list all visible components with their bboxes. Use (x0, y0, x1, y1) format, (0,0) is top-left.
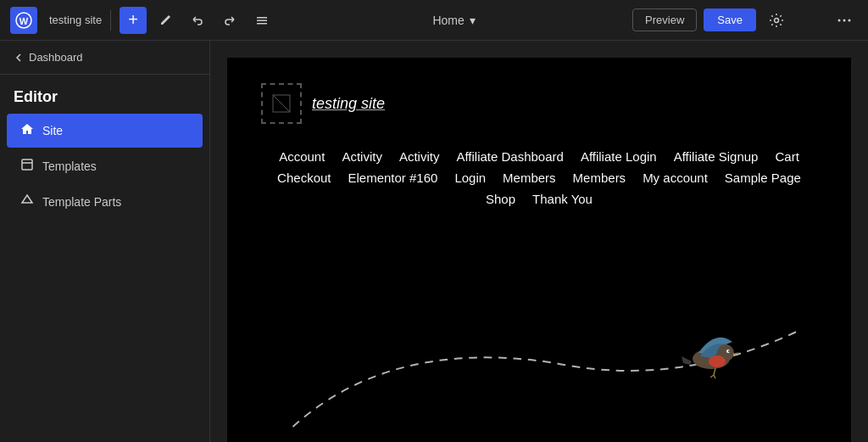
nav-item-members-1[interactable]: Members (503, 171, 556, 185)
dashed-path-svg (227, 295, 851, 431)
svg-rect-9 (22, 159, 32, 170)
nav-item-activity-1[interactable]: Activity (342, 149, 382, 164)
svg-point-8 (849, 19, 851, 21)
nav-item-my-account[interactable]: My account (643, 171, 708, 185)
more-options-button[interactable] (831, 7, 858, 34)
wordpress-logo[interactable]: W (10, 7, 37, 34)
save-button[interactable]: Save (704, 8, 756, 31)
toolbar-left: W testing site + (10, 7, 275, 34)
sidebar-item-site[interactable]: Site (7, 114, 203, 148)
site-title[interactable]: testing site (312, 95, 385, 113)
svg-point-5 (775, 18, 779, 22)
site-header-preview: testing site Account Activity Activity A… (227, 58, 851, 223)
preview-button[interactable]: Preview (632, 8, 697, 31)
svg-point-18 (709, 355, 726, 367)
svg-marker-11 (22, 195, 32, 203)
templates-icon (20, 158, 34, 175)
sidebar: Dashboard Editor Site Templates Template (0, 41, 210, 442)
bird-svg (673, 321, 749, 380)
nav-item-thank-you[interactable]: Thank You (532, 192, 593, 206)
nav-menu: Account Activity Activity Affiliate Dash… (261, 149, 817, 206)
sidebar-title: Editor (0, 75, 209, 113)
svg-point-7 (843, 19, 846, 21)
sidebar-item-template-parts[interactable]: Template Parts (7, 185, 203, 219)
nav-item-affiliate-login[interactable]: Affiliate Login (581, 149, 657, 164)
redo-button[interactable] (216, 7, 243, 34)
site-name: testing site (49, 14, 102, 26)
template-parts-icon (20, 193, 34, 210)
main-layout: Dashboard Editor Site Templates Template (0, 41, 868, 442)
sidebar-item-templates[interactable]: Templates (7, 149, 203, 183)
undo-button[interactable] (184, 7, 211, 34)
site-logo-area: testing site (261, 83, 385, 124)
page-selector-label: Home (432, 14, 464, 27)
page-selector[interactable]: Home ▾ (426, 10, 481, 31)
nav-item-checkout[interactable]: Checkout (277, 171, 331, 185)
nav-item-affiliate-dashboard[interactable]: Affiliate Dashboard (456, 149, 563, 164)
nav-item-sample-page[interactable]: Sample Page (725, 171, 801, 185)
svg-point-6 (838, 19, 841, 21)
nav-item-members-2[interactable]: Members (573, 171, 626, 185)
sidebar-item-templates-label: Templates (42, 159, 97, 173)
toolbar-divider (110, 10, 111, 31)
canvas-area[interactable]: testing site Account Activity Activity A… (210, 41, 868, 442)
nav-item-activity-2[interactable]: Activity (399, 149, 440, 164)
canvas-content: testing site Account Activity Activity A… (227, 58, 851, 442)
svg-line-21 (714, 375, 715, 378)
logo-placeholder (261, 83, 302, 124)
toolbar-right: Preview Save (632, 7, 858, 34)
sidebar-back-link[interactable]: Dashboard (0, 41, 209, 75)
nav-item-cart[interactable]: Cart (775, 149, 798, 164)
svg-line-19 (714, 368, 715, 375)
theme-toggle-button[interactable] (797, 7, 824, 34)
sidebar-item-template-parts-label: Template Parts (42, 195, 121, 209)
nav-item-shop[interactable]: Shop (486, 192, 515, 206)
settings-button[interactable] (763, 7, 790, 34)
add-block-button[interactable]: + (120, 7, 147, 34)
nav-item-login[interactable]: Login (454, 171, 486, 185)
list-view-button[interactable] (248, 7, 275, 34)
nav-item-account[interactable]: Account (279, 149, 325, 164)
toolbar: W testing site + Home ▾ Preview Save (0, 0, 868, 41)
chevron-down-icon: ▾ (470, 14, 476, 27)
svg-rect-4 (257, 23, 267, 25)
svg-point-17 (728, 350, 730, 352)
home-icon (20, 122, 34, 139)
nav-item-affiliate-signup[interactable]: Affiliate Signup (674, 149, 759, 164)
sidebar-item-site-label: Site (42, 124, 63, 137)
svg-text:W: W (19, 16, 29, 26)
svg-rect-3 (257, 20, 267, 21)
sidebar-back-label: Dashboard (29, 51, 83, 64)
illustration-area (227, 295, 851, 431)
svg-rect-2 (257, 17, 267, 19)
edit-tool-button[interactable] (152, 7, 179, 34)
toolbar-center: Home ▾ (281, 10, 627, 31)
svg-line-13 (273, 95, 290, 112)
nav-item-elementor[interactable]: Elementor #160 (348, 171, 437, 185)
sidebar-nav: Site Templates Template Parts (0, 113, 209, 220)
